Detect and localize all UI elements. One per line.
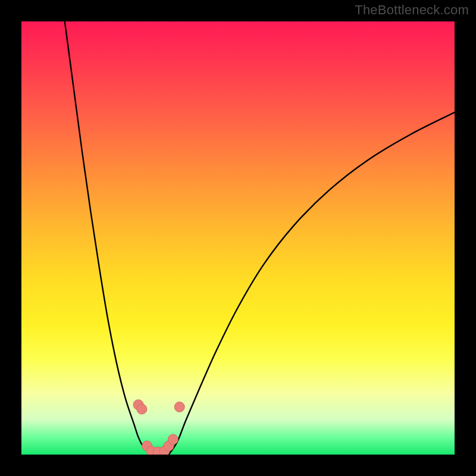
curve-left-branch bbox=[65, 21, 152, 455]
chart-overlay bbox=[21, 21, 455, 455]
data-marker bbox=[168, 434, 178, 444]
curve-right-branch bbox=[169, 112, 455, 455]
data-marker bbox=[137, 404, 147, 414]
watermark-text: TheBottleneck.com bbox=[355, 2, 469, 18]
data-markers bbox=[133, 400, 184, 455]
plot-area bbox=[21, 21, 455, 455]
chart-frame: TheBottleneck.com bbox=[0, 0, 476, 476]
data-marker bbox=[174, 402, 184, 412]
